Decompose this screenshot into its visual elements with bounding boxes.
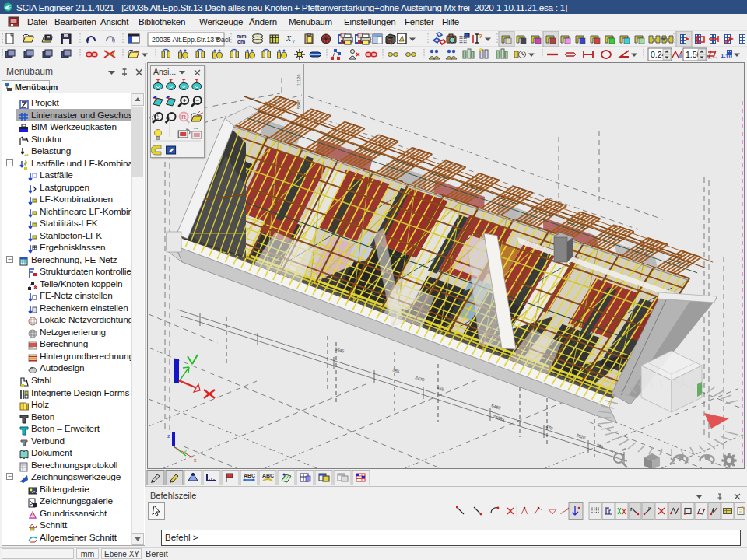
svg-text:cm: cm [237, 39, 245, 44]
svg-text:y: y [291, 37, 295, 44]
svg-text:ABC: ABC [262, 473, 274, 478]
svg-text:?: ? [479, 33, 482, 40]
svg-text:mm: mm [237, 33, 246, 39]
svg-text:10: 10 [725, 53, 732, 60]
svg-text:5805: 5805 [296, 100, 301, 109]
svg-text:R: R [181, 114, 186, 121]
svg-text:11120: 11120 [296, 75, 301, 86]
svg-text:X: X [286, 34, 292, 43]
svg-text:y: y [184, 449, 187, 455]
svg-text:x: x [194, 457, 197, 463]
svg-text:ABC: ABC [244, 473, 255, 478]
svg-text:z: z [167, 433, 170, 439]
